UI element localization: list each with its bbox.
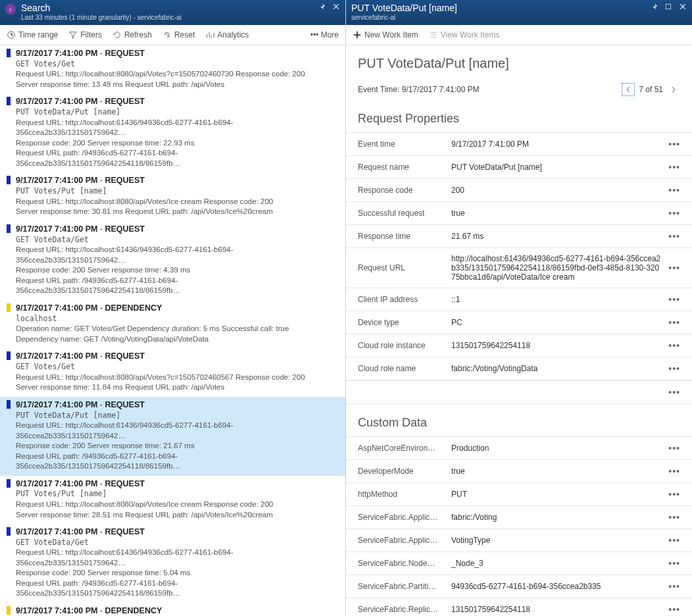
- search-result-entry[interactable]: 9/17/2017 7:41:00 PM - REQUESTPUT Votes/…: [0, 476, 345, 524]
- search-result-entry[interactable]: 9/17/2017 7:41:00 PM - REQUESTGET Votes/…: [0, 348, 345, 396]
- reset-button[interactable]: Reset: [162, 30, 195, 39]
- more-icon[interactable]: •••: [668, 340, 680, 351]
- refresh-icon: [112, 30, 122, 39]
- svg-rect-1: [666, 4, 671, 9]
- more-icon[interactable]: •••: [668, 443, 680, 453]
- search-result-entry[interactable]: 9/17/2017 7:41:00 PM - REQUESTPUT VoteDa…: [0, 397, 345, 476]
- more-icon[interactable]: •••: [668, 581, 680, 592]
- entry-operation: GET VoteData/Get: [16, 235, 341, 245]
- new-work-item-button[interactable]: New Work Item: [353, 30, 418, 39]
- property-row: Event time9/17/2017 7:41:00 PM•••: [346, 132, 692, 155]
- entry-kind: REQUEST: [105, 176, 145, 185]
- more-icon[interactable]: •••: [668, 162, 680, 172]
- more-icon[interactable]: •••: [668, 558, 680, 569]
- property-row: Response time21.67 ms•••: [346, 224, 692, 247]
- search-result-entry[interactable]: 9/17/2017 7:41:00 PM - REQUESTGET VoteDa…: [0, 221, 345, 300]
- more-icon[interactable]: •••: [668, 317, 680, 328]
- pager-next-button[interactable]: [667, 83, 680, 96]
- search-result-entry[interactable]: 9/17/2017 7:41:00 PM - DEPENDENCYlocalho…: [0, 300, 345, 348]
- more-icon[interactable]: •••: [668, 294, 680, 305]
- pager-prev-button[interactable]: [622, 83, 635, 96]
- property-value: Production: [451, 444, 660, 453]
- property-row: Device typePC•••: [346, 311, 692, 334]
- refresh-button[interactable]: Refresh: [112, 30, 152, 39]
- property-value: true: [451, 209, 660, 218]
- more-icon[interactable]: •••: [668, 185, 680, 195]
- detail-pane: PUT VoteData/Put [name] servicefabric-ai…: [346, 0, 692, 616]
- entry-operation: PUT VoteData/Put [name]: [16, 107, 341, 118]
- property-row: Response code200•••: [346, 178, 692, 201]
- content-title: PUT VoteData/Put [name]: [358, 56, 680, 71]
- more-icon[interactable]: •••: [668, 387, 680, 398]
- search-result-entry[interactable]: 9/17/2017 7:41:00 PM - REQUESTPUT Votes/…: [0, 172, 345, 220]
- property-value: 94936cd5-6277-4161-b694-356ccea2b335: [451, 582, 660, 591]
- time-range-button[interactable]: Time range: [7, 30, 58, 39]
- more-icon[interactable]: •••: [668, 489, 680, 500]
- search-result-entry[interactable]: 9/17/2017 7:41:00 PM - REQUESTGET Votes/…: [0, 45, 345, 93]
- property-key: Successful request: [358, 209, 443, 218]
- pin-icon[interactable]: [650, 3, 658, 11]
- entry-detail-line: Request URL: http://localhost:61436/9493…: [16, 245, 341, 265]
- property-row: ServiceFabric.Replic…131501759642254118•…: [346, 598, 692, 616]
- pin-icon[interactable]: [318, 3, 326, 11]
- more-icon[interactable]: •••: [668, 604, 680, 615]
- entry-detail-line: Response code: 200 Server response time:…: [16, 441, 341, 451]
- search-result-entry[interactable]: 9/17/2017 7:41:00 PM - REQUESTGET VoteDa…: [0, 524, 345, 603]
- more-icon[interactable]: •••: [668, 512, 680, 523]
- dependency-marker: [7, 606, 11, 615]
- entry-detail-line: Server response time: 28.51 ms Request U…: [16, 510, 341, 521]
- entry-kind: REQUEST: [105, 400, 145, 409]
- more-icon[interactable]: •••: [668, 208, 680, 218]
- more-icon[interactable]: •••: [668, 139, 680, 149]
- filters-button[interactable]: Filters: [68, 30, 102, 39]
- more-icon[interactable]: •••: [668, 466, 680, 476]
- plus-icon: [353, 30, 362, 39]
- entry-detail-line: Dependency name: GET /Voting/VotingData/…: [16, 334, 341, 345]
- entry-detail-line: Response code: 200 Server response time:…: [16, 265, 341, 276]
- entry-timestamp: 9/17/2017 7:41:00 PM: [16, 303, 97, 313]
- property-key: Client IP address: [358, 295, 443, 304]
- request-marker: [7, 176, 11, 184]
- more-icon[interactable]: •••: [668, 535, 680, 546]
- entry-detail-line: Request URL: http://localhost:8080/api/V…: [16, 197, 341, 207]
- search-result-entry[interactable]: 9/17/2017 7:41:00 PM - REQUESTPUT VoteDa…: [0, 93, 345, 172]
- analytics-icon: [205, 30, 214, 39]
- search-result-entry[interactable]: 9/17/2017 7:41:00 PM - DEPENDENCYlocalho…: [0, 603, 345, 616]
- property-row: .. •••: [346, 380, 692, 404]
- maximize-icon[interactable]: [664, 3, 672, 11]
- search-toolbar: Time range Filters Refresh Reset Analyti…: [0, 25, 345, 45]
- analytics-button[interactable]: Analytics: [205, 30, 249, 39]
- chevron-left-icon: [625, 86, 631, 93]
- entry-kind: REQUEST: [105, 351, 145, 361]
- property-row: Request URLhttp://localhost:61436/94936c…: [346, 247, 692, 288]
- entry-detail-line: Request URL: http://localhost:8080/api/V…: [16, 500, 341, 510]
- more-icon[interactable]: •••: [668, 363, 680, 374]
- search-title: Search: [21, 3, 318, 13]
- entry-kind: REQUEST: [105, 224, 145, 234]
- property-row: DeveloperModetrue•••: [346, 459, 692, 482]
- property-row: ServiceFabric.Applic…VotingType•••: [346, 528, 692, 552]
- entry-timestamp: 9/17/2017 7:41:00 PM: [16, 176, 97, 185]
- search-titlebar: ♀ Search Last 33 minutes (1 minute granu…: [0, 0, 345, 25]
- property-value: PUT: [451, 490, 660, 499]
- property-value: 200: [451, 186, 660, 195]
- property-value: fabric:/Voting/VotingData: [451, 364, 660, 373]
- entry-timestamp: 9/17/2017 7:41:00 PM: [16, 527, 97, 536]
- property-value: 21.67 ms: [451, 232, 660, 241]
- property-key: Response time: [358, 232, 443, 241]
- property-value: VotingType: [451, 536, 660, 545]
- more-icon[interactable]: •••: [668, 263, 680, 273]
- close-icon[interactable]: [679, 3, 687, 11]
- entry-detail-line: Request URL: http://localhost:61436/9493…: [16, 421, 341, 441]
- entry-detail-line: Request URL: http://localhost:8080/api/V…: [16, 372, 341, 383]
- detail-toolbar: New Work Item View Work Items: [346, 25, 692, 45]
- search-results-list[interactable]: 9/17/2017 7:41:00 PM - REQUESTGET Votes/…: [0, 45, 345, 616]
- property-key: Request name: [358, 163, 443, 172]
- more-button[interactable]: ••• More: [310, 30, 339, 39]
- close-icon[interactable]: [332, 3, 340, 11]
- dependency-marker: [7, 303, 11, 312]
- more-icon[interactable]: •••: [668, 231, 680, 242]
- entry-detail-line: Request URL path: /94936cd5-6277-4161-b6…: [16, 451, 341, 472]
- filter-icon: [68, 30, 78, 39]
- property-row: Successful requesttrue•••: [346, 201, 692, 224]
